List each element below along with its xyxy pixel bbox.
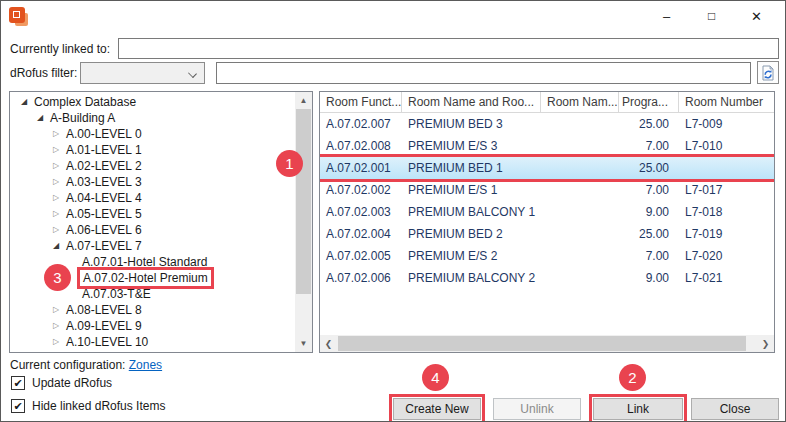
- table-row[interactable]: A.07.02.001 PREMIUM BED 1 25.00: [320, 157, 774, 179]
- drofus-filter-label: dRofus filter:: [10, 62, 77, 84]
- tree-item[interactable]: A.03-LEVEL 3: [10, 174, 294, 190]
- current-configuration: Current configuration: Zones: [10, 358, 162, 372]
- column-header-room-name2[interactable]: Room Nam...: [541, 92, 619, 112]
- tree-expander-icon[interactable]: [48, 334, 64, 350]
- cell-room-number: L7-019: [679, 223, 774, 245]
- cell-room-name: PREMIUM BED 1: [402, 157, 541, 179]
- filter-dropdown[interactable]: [80, 62, 205, 84]
- tree-item-label: A.05-LEVEL 5: [64, 206, 144, 222]
- scroll-up-icon[interactable]: ▲: [295, 92, 312, 109]
- hide-linked-row: ✔ Hide linked dRofus Items: [11, 399, 165, 413]
- zone-tree-panel: Complex Database A-Building A A.00-LEVEL…: [9, 91, 313, 353]
- table-row[interactable]: A.07.02.003 PREMIUM BALCONY 1 9.00 L7-01…: [320, 201, 774, 223]
- cell-room-number: L7-020: [679, 245, 774, 267]
- tree-expander-icon[interactable]: [16, 94, 32, 110]
- table-header-row: Room Funct... Room Name and Roo... Room …: [320, 92, 774, 113]
- tree-item[interactable]: A.05-LEVEL 5: [10, 206, 294, 222]
- tree-item[interactable]: A.00-LEVEL 0: [10, 126, 294, 142]
- current-configuration-label: Current configuration:: [10, 358, 125, 372]
- tree-expander-icon[interactable]: [48, 302, 64, 318]
- currently-linked-label: Currently linked to:: [10, 38, 110, 60]
- tree-item[interactable]: A.06-LEVEL 6: [10, 222, 294, 238]
- tree-expander-icon[interactable]: [48, 318, 64, 334]
- cell-program: 25.00: [619, 157, 679, 179]
- cell-room-function: A.07.02.008: [320, 135, 402, 157]
- cell-room-name2: [541, 201, 619, 223]
- zone-tree: Complex Database A-Building A A.00-LEVEL…: [10, 94, 294, 350]
- scroll-right-icon[interactable]: ❯: [757, 335, 774, 352]
- column-header-room-name[interactable]: Room Name and Roo...: [402, 92, 541, 112]
- table-row[interactable]: A.07.02.005 PREMIUM E/S 2 7.00 L7-020: [320, 245, 774, 267]
- tree-expander-icon[interactable]: [48, 126, 64, 142]
- minimize-icon[interactable]: –: [644, 1, 689, 31]
- tree-expander-icon[interactable]: [48, 190, 64, 206]
- table-row[interactable]: A.07.02.007 PREMIUM BED 3 25.00 L7-009: [320, 113, 774, 135]
- scroll-left-icon[interactable]: ❮: [320, 335, 337, 352]
- close-button[interactable]: Close: [691, 398, 779, 420]
- cell-room-number: L7-009: [679, 113, 774, 135]
- link-button[interactable]: Link: [593, 398, 683, 420]
- tree-expander-icon[interactable]: [48, 158, 64, 174]
- hide-linked-checkbox[interactable]: ✔: [11, 399, 25, 413]
- titlebar: – □ ✕: [1, 1, 785, 31]
- tree-item-label: A.08-LEVEL 8: [64, 302, 144, 318]
- update-drofus-checkbox[interactable]: ✔: [11, 376, 25, 390]
- tree-item-label: A-Building A: [48, 110, 117, 126]
- table-horizontal-scrollbar[interactable]: ❮ ❯: [320, 335, 774, 352]
- tree-item[interactable]: A.09-LEVEL 9: [10, 318, 294, 334]
- cell-program: 25.00: [619, 223, 679, 245]
- cell-room-name2: [541, 113, 619, 135]
- table-row[interactable]: A.07.02.008 PREMIUM E/S 3 7.00 L7-010: [320, 135, 774, 157]
- cell-room-function: A.07.02.002: [320, 179, 402, 201]
- tree-item[interactable]: A.08-LEVEL 8: [10, 302, 294, 318]
- tree-expander-icon[interactable]: [48, 206, 64, 222]
- table-row[interactable]: A.07.02.004 PREMIUM BED 2 25.00 L7-019: [320, 223, 774, 245]
- tree-item[interactable]: Complex Database: [10, 94, 294, 110]
- tree-item[interactable]: A-Building A: [10, 110, 294, 126]
- unlink-button: Unlink: [493, 398, 581, 420]
- column-header-program[interactable]: Progra...: [619, 92, 679, 112]
- refresh-button[interactable]: [757, 61, 779, 84]
- tree-expander-icon[interactable]: [48, 238, 64, 254]
- annotation-step-4: 4: [422, 364, 449, 391]
- currently-linked-input[interactable]: [118, 38, 779, 59]
- filter-input[interactable]: [216, 62, 751, 84]
- tree-item-label: A.04-LEVEL 4: [64, 190, 144, 206]
- cell-program: 7.00: [619, 135, 679, 157]
- tree-vertical-scrollbar[interactable]: ▲ ▼: [295, 92, 312, 352]
- cell-room-name: PREMIUM E/S 3: [402, 135, 541, 157]
- drofus-app-icon: [9, 7, 28, 26]
- tree-item[interactable]: A.10-LEVEL 10: [10, 334, 294, 350]
- update-drofus-row: ✔ Update dRofus: [11, 376, 112, 390]
- tree-expander-icon[interactable]: [32, 110, 48, 126]
- zones-link[interactable]: Zones: [129, 358, 162, 372]
- cell-room-function: A.07.02.006: [320, 267, 402, 289]
- column-header-room-function[interactable]: Room Funct...: [320, 92, 402, 112]
- table-body: A.07.02.007 PREMIUM BED 3 25.00 L7-009 A…: [320, 113, 774, 289]
- cell-room-number: L7-017: [679, 179, 774, 201]
- close-icon[interactable]: ✕: [734, 1, 779, 31]
- tree-expander-icon[interactable]: [48, 142, 64, 158]
- cell-room-function: A.07.02.003: [320, 201, 402, 223]
- table-row[interactable]: A.07.02.002 PREMIUM E/S 1 7.00 L7-017: [320, 179, 774, 201]
- create-new-button[interactable]: Create New: [393, 398, 481, 420]
- cell-program: 9.00: [619, 267, 679, 289]
- maximize-icon[interactable]: □: [689, 1, 734, 31]
- scroll-down-icon[interactable]: ▼: [295, 335, 312, 352]
- tree-item[interactable]: A.01-LEVEL 1: [10, 142, 294, 158]
- link-drofus-dialog: – □ ✕ Currently linked to: dRofus filter…: [0, 0, 786, 422]
- tree-item[interactable]: A.04-LEVEL 4: [10, 190, 294, 206]
- tree-item[interactable]: A.02-LEVEL 2: [10, 158, 294, 174]
- cell-room-name2: [541, 223, 619, 245]
- cell-room-number: L7-018: [679, 201, 774, 223]
- tree-item[interactable]: A.07-LEVEL 7: [10, 238, 294, 254]
- column-header-room-number[interactable]: Room Number: [679, 92, 774, 112]
- tree-item-label: A.07-LEVEL 7: [64, 238, 144, 254]
- scrollbar-thumb[interactable]: [338, 336, 746, 351]
- scrollbar-thumb[interactable]: [296, 109, 311, 294]
- tree-item-label: A.06-LEVEL 6: [64, 222, 144, 238]
- table-row[interactable]: A.07.02.006 PREMIUM BALCONY 2 9.00 L7-02…: [320, 267, 774, 289]
- tree-expander-icon[interactable]: [48, 174, 64, 190]
- tree-expander-icon[interactable]: [48, 222, 64, 238]
- tree-item-label: Complex Database: [32, 94, 138, 110]
